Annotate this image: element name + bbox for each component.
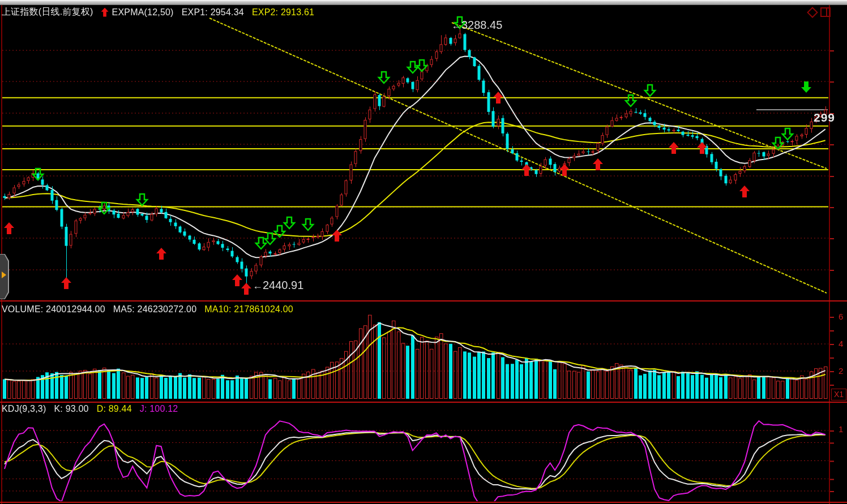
high-annotation-value: 3288.45 bbox=[461, 19, 502, 31]
exp1-value: EXP1: 2954.34 bbox=[182, 7, 244, 18]
high-annotation: ←3288.45 bbox=[451, 19, 502, 32]
volume-scale-badge: X1 bbox=[831, 389, 846, 400]
low-annotation-value: 2440.91 bbox=[263, 279, 303, 291]
indicator-name: EXPMA(12,50) bbox=[112, 7, 174, 18]
kdj-axis-label-100: 1 bbox=[839, 424, 843, 434]
volume-axis-label-4: 4 bbox=[839, 339, 843, 348]
expand-arrow-icon bbox=[2, 272, 6, 278]
kline-pane-canvas[interactable] bbox=[0, 0, 847, 302]
volume-ma10-value: MA10: 217861024.00 bbox=[204, 304, 293, 315]
kdj-k-value: K: 93.00 bbox=[54, 404, 88, 414]
kdj-header: KDJ(9,3,3) K: 93.00 D: 89.44 J: 100.12 bbox=[2, 404, 178, 414]
volume-value: VOLUME: 240012944.00 bbox=[2, 304, 105, 315]
volume-header: VOLUME: 240012944.00 MA5: 246230272.00 M… bbox=[2, 304, 293, 315]
stock-chart-window: 上证指数(日线.前复权) EXPMA(12,50) EXP1: 2954.34 … bbox=[0, 0, 847, 504]
low-annotation: ←2440.91 bbox=[253, 279, 303, 292]
sidebar-expand-handle[interactable] bbox=[0, 254, 9, 299]
exp2-value: EXP2: 2913.61 bbox=[252, 7, 314, 18]
kdj-pane-canvas[interactable] bbox=[0, 403, 847, 504]
kdj-j-value: J: 100.12 bbox=[140, 404, 178, 414]
symbol-title: 上证指数(日线.前复权) bbox=[2, 6, 93, 18]
up-arrow-icon bbox=[101, 8, 109, 17]
kdj-name: KDJ(9,3,3) bbox=[2, 404, 46, 414]
volume-axis-label-2: 2 bbox=[839, 366, 843, 376]
last-price-tag: 299 bbox=[814, 111, 835, 124]
left-arrow-icon: ← bbox=[253, 280, 263, 291]
volume-axis-label-6: 6 bbox=[839, 312, 843, 321]
kline-header: 上证指数(日线.前复权) EXPMA(12,50) EXP1: 2954.34 … bbox=[2, 6, 314, 18]
volume-ma5-value: MA5: 246230272.00 bbox=[113, 304, 197, 315]
left-arrow-icon: ← bbox=[451, 20, 461, 31]
window-restore-icon[interactable] bbox=[820, 7, 831, 17]
window-top-strip bbox=[0, 0, 847, 5]
volume-pane-canvas[interactable] bbox=[0, 302, 847, 403]
kdj-d-value: D: 89.44 bbox=[97, 404, 132, 414]
